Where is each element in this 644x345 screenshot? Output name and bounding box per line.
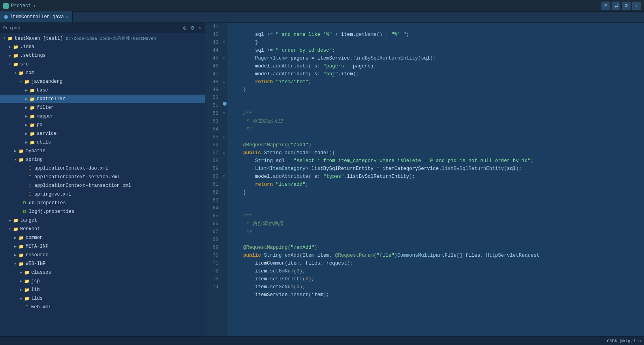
tree-item-jsp[interactable]: ▶ 📁 jsp — [0, 277, 205, 285]
tree-item-lib[interactable]: ▶ 📁 lib — [0, 285, 205, 294]
tree-item-meta-inf[interactable]: ▶ 📁 META-INF — [0, 242, 205, 251]
title-expand-btn[interactable]: ⇄ — [612, 2, 620, 10]
title-bar-project-label: Project — [11, 3, 31, 9]
resource-label: resource — [26, 252, 49, 258]
ln-50: 50 — [205, 94, 218, 102]
com-label: com — [26, 70, 34, 76]
title-bar: Project ▾ ⊕ ⇄ ⚙ × — [0, 0, 644, 12]
webroot-arrow: ▾ — [7, 226, 13, 232]
idea-arrow: ▶ — [7, 44, 13, 50]
src-arrow: ▾ — [7, 62, 13, 67]
appctx-svc-label: applicationContext-service.xml — [34, 174, 120, 180]
target-label: target — [20, 218, 37, 223]
tree-item-javapandeng[interactable]: ▾ 📁 javapandeng — [0, 77, 205, 86]
tab-close-icon[interactable]: × — [66, 15, 68, 19]
utils-label: utils — [37, 140, 51, 145]
tree-item-com[interactable]: ▾ 📁 com — [0, 69, 205, 77]
service-arrow: ▶ — [24, 131, 29, 136]
title-bar-dropdown-arrow[interactable]: ▾ — [33, 4, 36, 8]
ln-49: 49 — [205, 86, 218, 94]
appctx-dao-label: applicationContext-dao.xml — [34, 166, 108, 171]
tree-item-resource[interactable]: ▶ 📁 resource — [0, 251, 205, 259]
tree-item-webroot[interactable]: ▾ 📁 WebRoot — [0, 225, 205, 233]
appctx-tx-icon: 🗒 — [27, 183, 33, 189]
project-icon — [3, 3, 9, 9]
ln-53: 53 — [205, 117, 218, 125]
tree-item-tlds[interactable]: ▶ 📁 tlds — [0, 294, 205, 303]
tab-bar: ItemController.java × — [0, 12, 644, 23]
title-close-btn[interactable]: × — [632, 2, 641, 10]
tree-item-appctx-tx[interactable]: ▶ 🗒 applicationContext-transaction.xml — [0, 181, 205, 190]
tree-item-base[interactable]: ▶ 📁 base — [0, 86, 205, 95]
src-label: src — [20, 62, 29, 67]
po-arrow: ▶ — [24, 122, 29, 128]
log4j-label: log4j.properties — [29, 209, 74, 214]
tree-item-web-xml[interactable]: ▶ 🗒 web.xml — [0, 303, 205, 311]
code-area: 41 42 43 44 45 46 47 48 49 50 51 52 53 5… — [205, 23, 644, 336]
tree-item-src[interactable]: ▾ 📁 src — [0, 60, 205, 69]
panel-close-btn[interactable]: × — [197, 25, 202, 31]
controller-label: controller — [37, 96, 65, 102]
tree-item-log4j-prop[interactable]: ▶ 🗒 log4j.properties — [0, 207, 205, 216]
tree-item-utils[interactable]: ▶ 📁 utils — [0, 138, 205, 147]
jsp-label: jsp — [31, 278, 40, 284]
web-inf-arrow: ▾ — [13, 261, 18, 267]
panel-settings-btn[interactable]: ⚙ — [190, 25, 195, 31]
tree-item-common[interactable]: ▶ 📁 common — [0, 233, 205, 242]
lib-arrow: ▶ — [18, 287, 24, 293]
ln-51: 51 — [205, 102, 218, 110]
title-sync-btn[interactable]: ⊕ — [601, 2, 610, 10]
tree-item-mybatis[interactable]: ▶ 📁 mybatis — [0, 147, 205, 155]
ln-65: 65 — [205, 212, 218, 220]
ln-63: 63 — [205, 196, 218, 204]
sidebar: Project ⊕ ⚙ × ▾ 📁 testMaven [test1] D:\C… — [0, 23, 205, 336]
ln-73: 73 — [205, 275, 218, 283]
classes-folder-icon: 📁 — [24, 269, 30, 276]
filter-label: filter — [37, 105, 54, 110]
tab-item-controller[interactable]: ItemController.java × — [0, 11, 73, 22]
classes-arrow: ▶ — [18, 270, 24, 275]
panel-icons: ⊕ ⚙ × — [182, 25, 202, 31]
mapper-arrow: ▶ — [24, 114, 29, 119]
mybatis-arrow: ▶ — [13, 148, 18, 154]
classes-label: classes — [31, 270, 51, 275]
tree-root[interactable]: ▾ 📁 testMaven [test1] D:\Code\idea-code\… — [0, 34, 205, 43]
code-editor[interactable]: sql += " and name like '%" + item.getNam… — [228, 23, 644, 336]
tree-item-controller[interactable]: ▶ 📁 controller — [0, 95, 205, 103]
tree-item-settings[interactable]: ▶ 📁 .settings — [0, 51, 205, 60]
javapandeng-arrow: ▾ — [18, 79, 24, 84]
ln-72: 72 — [205, 267, 218, 275]
tree-item-mapper[interactable]: ▶ 📁 mapper — [0, 112, 205, 121]
tree-item-idea[interactable]: ▶ 📁 .idea — [0, 43, 205, 51]
tree-item-classes[interactable]: ▶ 📁 classes — [0, 268, 205, 277]
tree-item-po[interactable]: ▶ 📁 po — [0, 121, 205, 129]
tree-item-db-prop[interactable]: ▶ 🗒 db.properties — [0, 199, 205, 207]
tree-item-spring[interactable]: ▾ 📁 spring — [0, 155, 205, 164]
tree-item-springmvc[interactable]: ▶ 🗒 springmvc.xml — [0, 190, 205, 199]
file-tree: ▾ 📁 testMaven [test1] D:\Code\idea-code\… — [0, 33, 205, 336]
ln-42: 42 — [205, 31, 218, 39]
meta-inf-folder-icon: 📁 — [18, 243, 24, 250]
root-label: testMaven [test1] D:\Code\idea-code\水果商城… — [15, 35, 156, 41]
tree-item-filter[interactable]: ▶ 📁 filter — [0, 103, 205, 112]
idea-label: .idea — [20, 44, 34, 50]
tree-item-appctx-dao[interactable]: ▶ 🗒 applicationContext-dao.xml — [0, 164, 205, 173]
tree-item-target[interactable]: ▶ 📁 target — [0, 216, 205, 225]
mybatis-folder-icon: 📁 — [18, 148, 24, 154]
spring-folder-icon: 📁 — [18, 157, 24, 163]
web-inf-folder-icon: 📁 — [18, 261, 24, 267]
webroot-label: WebRoot — [20, 226, 40, 232]
lib-label: lib — [31, 287, 40, 293]
meta-inf-arrow: ▶ — [13, 244, 18, 249]
controller-folder-icon: 📁 — [29, 96, 36, 102]
ln-56: 56 — [205, 141, 218, 149]
panel-sync-btn[interactable]: ⊕ — [182, 25, 188, 31]
tree-item-appctx-svc[interactable]: ▶ 🗒 applicationContext-service.xml — [0, 173, 205, 181]
tree-item-service[interactable]: ▶ 📁 service — [0, 129, 205, 138]
main-layout: Project ⊕ ⚙ × ▾ 📁 testMaven [test1] D:\C… — [0, 23, 644, 336]
tree-item-web-inf[interactable]: ▾ 📁 WEB-INF — [0, 259, 205, 268]
title-settings-btn[interactable]: ⚙ — [622, 2, 631, 10]
meta-inf-label: META-INF — [26, 244, 49, 249]
tab-label: ItemController.java — [10, 14, 64, 20]
ln-67: 67 — [205, 228, 218, 236]
